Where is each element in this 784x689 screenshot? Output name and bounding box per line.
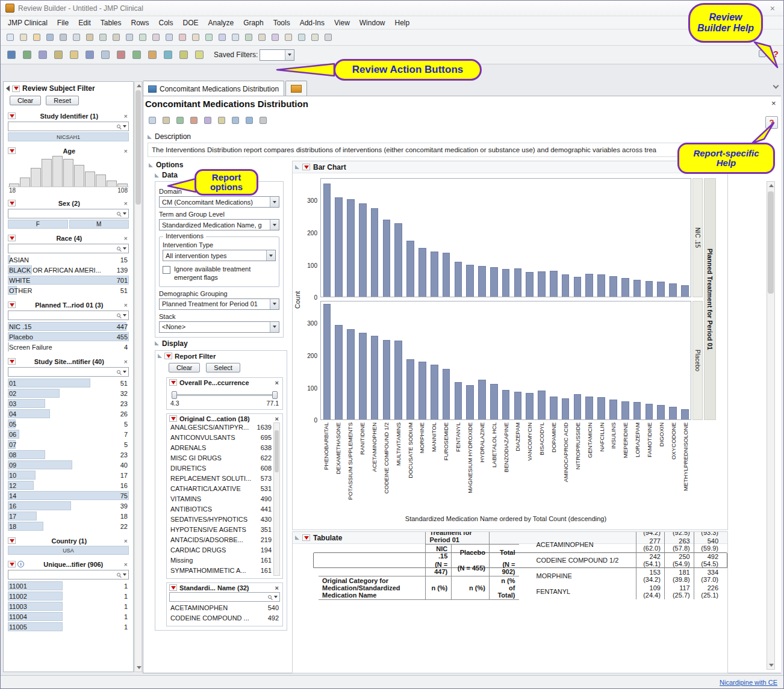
lock-icon[interactable] (110, 32, 122, 43)
term-group-select[interactable]: Standardized Medication Name, g (159, 219, 279, 230)
reset-button[interactable]: Reset (46, 96, 79, 105)
bar[interactable] (490, 267, 498, 297)
filter-item[interactable]: 08 23 (8, 450, 129, 460)
scrollbar-thumb[interactable] (135, 90, 141, 205)
close-icon[interactable]: × (123, 358, 129, 365)
menu-item[interactable]: Tools (269, 17, 295, 28)
bar[interactable] (502, 390, 510, 419)
histogram-bar[interactable] (63, 159, 73, 187)
demographic-grouping-select[interactable]: Planned Treatment for Period 01 (159, 298, 279, 310)
red-triangle-menu-icon[interactable] (8, 358, 16, 365)
category-filter-item[interactable]: CARDIAC DRUGS 194 (169, 545, 273, 555)
bar[interactable] (406, 241, 414, 297)
histogram-bar[interactable] (52, 156, 63, 187)
refresh-icon[interactable] (161, 49, 175, 61)
bar[interactable] (418, 362, 426, 419)
filter-icon[interactable] (176, 49, 190, 61)
scrollbar-thumb[interactable] (275, 430, 279, 472)
close-icon[interactable]: × (274, 379, 280, 386)
save-icon[interactable] (44, 32, 56, 43)
filter-item[interactable]: 11004 1 (8, 611, 129, 622)
filter-item[interactable]: 17 18 (8, 511, 129, 521)
bar[interactable] (633, 280, 641, 297)
menu-item[interactable]: Help (390, 17, 414, 28)
bar[interactable] (526, 393, 534, 419)
scroll-down-icon[interactable] (137, 666, 142, 669)
list-icon[interactable] (296, 32, 308, 43)
tables-icon[interactable] (137, 32, 149, 43)
stack-select[interactable]: <None> (159, 321, 279, 333)
disclosure-icon[interactable] (155, 173, 159, 178)
menu-item[interactable]: DOE (178, 17, 204, 28)
chevron-down-icon[interactable] (270, 197, 279, 207)
filter-item[interactable]: 01 51 (8, 378, 129, 388)
category-filter-item[interactable]: SYMPATHOMIMETIC A... 161 (169, 566, 273, 576)
menu-item[interactable]: Add-Ins (295, 17, 329, 28)
window-close-button[interactable]: × (767, 4, 779, 13)
menu-item[interactable]: View (329, 17, 355, 28)
chevron-down-icon[interactable] (266, 250, 275, 261)
bar[interactable] (681, 285, 689, 297)
notes-icon[interactable] (216, 115, 228, 126)
category-filter-item[interactable]: REPLACEMENT SOLUTI... 573 (169, 474, 273, 484)
bar[interactable] (502, 269, 510, 297)
new-data-table-icon[interactable] (4, 32, 16, 43)
bar[interactable] (371, 208, 379, 297)
filter-search-input[interactable] (8, 570, 129, 579)
report-close-button[interactable]: × (771, 99, 776, 108)
filter-item[interactable]: BLACK OR AFRICAN AMERI... 139 (8, 265, 129, 275)
brush-icon[interactable] (203, 32, 215, 43)
bar[interactable] (657, 405, 665, 419)
filter-item[interactable]: 18 22 (8, 521, 129, 531)
close-icon[interactable]: × (123, 301, 129, 309)
description-header[interactable]: Description (148, 132, 191, 141)
disclosure-icon[interactable] (155, 341, 159, 345)
bar[interactable] (431, 365, 438, 419)
disclosure-icon[interactable] (295, 165, 299, 169)
filter-search-input[interactable] (8, 209, 129, 218)
filter-item[interactable]: 14 75 (8, 490, 129, 501)
category-filter-item[interactable]: SEDATIVES/HYPNOTICS 430 (169, 514, 273, 525)
menu-item[interactable]: Cols (154, 17, 178, 28)
globe-icon[interactable] (243, 115, 255, 126)
lasso-icon[interactable] (269, 32, 281, 43)
bar[interactable] (646, 404, 653, 419)
category-filter-item[interactable]: ANTACIDS/ADSORBE... 219 (169, 535, 273, 545)
histogram-bar[interactable] (20, 178, 30, 187)
bar[interactable] (466, 265, 474, 297)
category-filter-item[interactable]: DIURETICS 608 (169, 463, 273, 474)
bar[interactable] (597, 397, 605, 419)
script-icon[interactable] (146, 115, 158, 126)
new-journal-icon[interactable] (17, 32, 30, 43)
bar[interactable] (562, 398, 570, 419)
red-triangle-menu-icon[interactable] (302, 164, 310, 170)
filter-item[interactable]: Placebo 455 (8, 332, 129, 342)
chevron-down-icon[interactable] (123, 371, 126, 373)
filter-item[interactable]: 11002 1 (8, 591, 129, 601)
chevron-down-icon[interactable] (123, 212, 126, 215)
bar[interactable] (574, 277, 582, 297)
bar[interactable] (431, 252, 438, 297)
disclosure-icon[interactable] (158, 354, 162, 358)
close-icon[interactable]: × (274, 584, 280, 592)
tab-concomitant-medications-distribution[interactable]: Concomitant Medications Distribution (143, 81, 284, 96)
filter-item[interactable]: 11003 1 (8, 601, 129, 611)
save-report-icon[interactable] (82, 49, 96, 61)
options-header[interactable]: Options (149, 161, 287, 169)
bar[interactable] (550, 271, 558, 297)
scroller-icon[interactable] (309, 32, 321, 43)
age-histogram[interactable] (8, 156, 129, 187)
menu-item[interactable]: Analyze (204, 17, 239, 28)
red-triangle-menu-icon[interactable] (169, 379, 177, 386)
distribution-report-icon[interactable] (4, 49, 18, 61)
nicardipine-link[interactable]: Nicardipine with CE (720, 679, 777, 686)
bar-chart-plot-nic15[interactable] (320, 178, 691, 297)
category-list-scrollbar[interactable] (273, 422, 280, 576)
help-icon[interactable] (176, 32, 188, 43)
filter-item[interactable]: 16 39 (8, 501, 129, 511)
bar[interactable] (526, 272, 534, 297)
notes-icon[interactable] (51, 49, 65, 61)
ignore-flags-checkbox[interactable] (163, 266, 170, 274)
category-filter-item[interactable]: Missing 161 (169, 555, 273, 566)
bar[interactable] (514, 268, 522, 297)
